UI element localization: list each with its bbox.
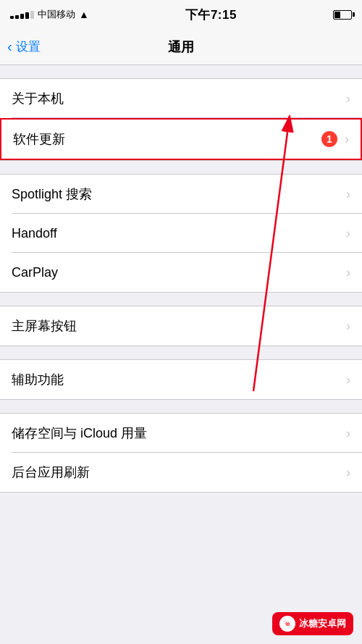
about-label: 关于本机 [12, 90, 64, 107]
status-left: 中国移动 ▲ [10, 8, 89, 21]
about-chevron-icon: › [346, 91, 350, 106]
accessibility-label: 辅助功能 [12, 371, 64, 388]
status-right [333, 10, 352, 20]
software-update-label: 软件更新 [13, 130, 65, 148]
settings-group-5: 储存空间与 iCloud 用量 › 后台应用刷新 › [0, 413, 362, 493]
storage-icloud-chevron-icon: › [346, 426, 350, 441]
settings-group-4: 辅助功能 › [0, 359, 362, 400]
wifi-icon: ▲ [79, 9, 89, 20]
section-gap-4 [0, 400, 362, 413]
accessibility-item[interactable]: 辅助功能 › [0, 360, 362, 399]
spotlight-label: Spotlight 搜索 [12, 185, 92, 203]
watermark-text: 冰糖安卓网 [299, 617, 346, 630]
handoff-label: Handoff [12, 226, 57, 241]
background-refresh-label: 后台应用刷新 [12, 464, 90, 481]
storage-icloud-label: 储存空间与 iCloud 用量 [12, 425, 147, 442]
home-button-item[interactable]: 主屏幕按钮 › [0, 306, 362, 346]
carplay-item[interactable]: CarPlay › [0, 253, 362, 292]
back-button[interactable]: ‹ 设置 [7, 38, 41, 55]
carrier-label: 中国移动 [38, 8, 75, 21]
section-gap-2 [0, 293, 362, 306]
watermark: 🍬 冰糖安卓网 [272, 612, 353, 635]
section-gap-1 [0, 161, 362, 174]
section-gap-3 [0, 346, 362, 359]
settings-group-2: Spotlight 搜索 › Handoff › CarPlay › [0, 174, 362, 293]
watermark-icon: 🍬 [279, 616, 295, 632]
about-item[interactable]: 关于本机 › [0, 79, 362, 118]
spotlight-chevron-icon: › [346, 187, 350, 202]
carplay-chevron-icon: › [346, 265, 350, 280]
home-button-chevron-icon: › [346, 319, 350, 334]
page-title: 通用 [168, 38, 194, 56]
spotlight-item[interactable]: Spotlight 搜索 › [0, 175, 362, 214]
time-display: 下午7:15 [185, 7, 237, 23]
carplay-label: CarPlay [12, 265, 58, 280]
handoff-chevron-icon: › [346, 226, 350, 241]
update-badge: 1 [321, 131, 337, 147]
software-update-item[interactable]: 软件更新 1 › [1, 120, 361, 159]
back-chevron-icon: ‹ [7, 38, 12, 55]
signal-icon [10, 11, 34, 19]
status-bar: 中国移动 ▲ 下午7:15 [0, 0, 362, 29]
software-update-highlighted: 软件更新 1 › [0, 118, 362, 160]
background-refresh-item[interactable]: 后台应用刷新 › [0, 453, 362, 492]
settings-group-3: 主屏幕按钮 › [0, 306, 362, 346]
navigation-bar: ‹ 设置 通用 [0, 29, 362, 65]
battery-icon [333, 10, 352, 20]
background-refresh-chevron-icon: › [346, 465, 350, 480]
handoff-item[interactable]: Handoff › [0, 214, 362, 253]
back-label: 设置 [16, 38, 41, 55]
software-update-chevron-icon: › [345, 132, 349, 147]
settings-content: 关于本机 › 软件更新 1 › Spotlight 搜索 [0, 65, 362, 493]
home-button-label: 主屏幕按钮 [12, 317, 77, 335]
storage-icloud-item[interactable]: 储存空间与 iCloud 用量 › [0, 414, 362, 453]
accessibility-chevron-icon: › [346, 372, 350, 388]
settings-group-1: 关于本机 › 软件更新 1 › [0, 78, 362, 161]
